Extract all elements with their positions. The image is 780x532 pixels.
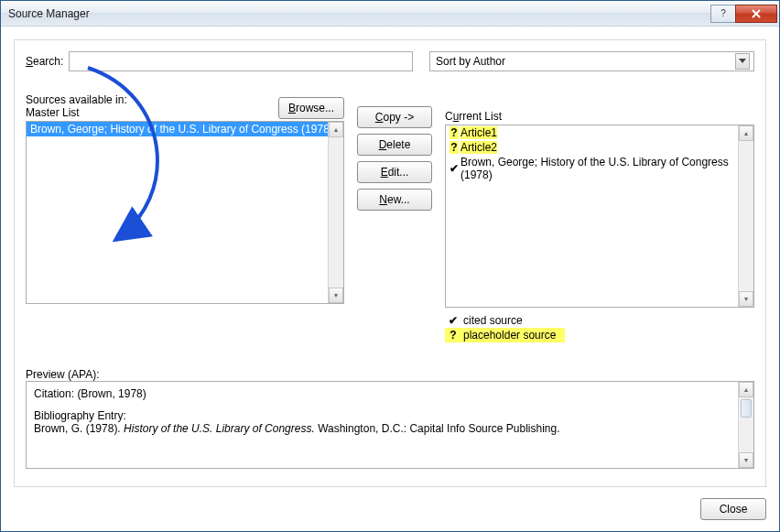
list-item-text: Article2 bbox=[460, 141, 497, 154]
legend-placeholder: ? placeholder source bbox=[445, 328, 565, 342]
delete-button[interactable]: Delete bbox=[357, 134, 432, 156]
list-item[interactable]: Brown, George; History of the U.S. Libra… bbox=[27, 122, 343, 136]
scrollbar[interactable]: ▴ ▾ bbox=[328, 122, 343, 303]
scroll-down-icon[interactable]: ▾ bbox=[329, 288, 343, 303]
master-listbox[interactable]: Brown, George; History of the U.S. Libra… bbox=[26, 121, 344, 304]
window-title: Source Manager bbox=[8, 7, 90, 20]
scroll-up-icon[interactable]: ▴ bbox=[739, 382, 753, 397]
scroll-down-icon[interactable]: ▾ bbox=[739, 291, 753, 307]
scrollbar[interactable]: ▴ ▾ bbox=[738, 125, 753, 307]
inner-frame: Search: Sort by Author Sources available… bbox=[14, 39, 766, 487]
current-listbox[interactable]: ? Article1 ? Article2 ✔ Brown, George; H… bbox=[445, 125, 754, 308]
copy-button[interactable]: Copy -> bbox=[357, 106, 432, 128]
client-area: Search: Sort by Author Sources available… bbox=[1, 27, 779, 531]
titlebar: Source Manager ? bbox=[1, 1, 779, 27]
search-label: Search: bbox=[26, 55, 63, 68]
new-button[interactable]: New... bbox=[357, 189, 432, 211]
sources-available-label: Sources available in: bbox=[26, 93, 127, 106]
bibliography-label: Bibliography Entry: bbox=[34, 409, 746, 422]
footer: Close bbox=[700, 498, 766, 520]
close-button[interactable]: Close bbox=[700, 498, 766, 520]
scroll-up-icon[interactable]: ▴ bbox=[739, 125, 753, 141]
bib-prefix: Brown, G. (1978). bbox=[34, 422, 124, 435]
master-column: Sources available in: Master List Browse… bbox=[26, 93, 344, 304]
cited-mark-icon: ✔ bbox=[450, 162, 459, 175]
current-column: Current List ? Article1 ? Article2 bbox=[445, 93, 754, 342]
list-item-text: Article1 bbox=[460, 126, 497, 139]
placeholder-mark-icon: ? bbox=[450, 141, 459, 154]
question-icon: ? bbox=[449, 329, 458, 342]
edit-button[interactable]: Edit... bbox=[357, 161, 432, 183]
citation-value: (Brown, 1978) bbox=[77, 387, 146, 400]
window-close-button[interactable] bbox=[735, 5, 777, 23]
check-icon: ✔ bbox=[449, 314, 458, 327]
legend-cited: ✔ cited source bbox=[445, 313, 754, 328]
bib-suffix: Washington, D.C.: Capital Info Source Pu… bbox=[315, 422, 560, 435]
placeholder-mark-icon: ? bbox=[450, 126, 459, 139]
help-button[interactable]: ? bbox=[710, 5, 736, 23]
columns: Sources available in: Master List Browse… bbox=[26, 93, 754, 342]
action-column: Copy -> Delete Edit... New... bbox=[357, 93, 432, 211]
sort-value: Sort by Author bbox=[436, 55, 505, 68]
source-manager-dialog: Source Manager ? Search: Sort by Author bbox=[0, 0, 780, 532]
list-item[interactable]: ? Article1 bbox=[446, 125, 753, 140]
preview-citation: Citation: (Brown, 1978) bbox=[34, 387, 746, 400]
scroll-up-icon[interactable]: ▴ bbox=[329, 122, 343, 137]
browse-row: Sources available in: Master List Browse… bbox=[26, 93, 344, 119]
chevron-down-icon bbox=[735, 53, 750, 70]
preview-box: Citation: (Brown, 1978) Bibliography Ent… bbox=[26, 381, 754, 469]
preview-label: Preview (APA): bbox=[26, 368, 754, 381]
legend-placeholder-label: placeholder source bbox=[463, 329, 556, 342]
browse-button[interactable]: Browse... bbox=[278, 97, 344, 119]
scroll-thumb[interactable] bbox=[741, 399, 752, 418]
bibliography-entry: Brown, G. (1978). History of the U.S. Li… bbox=[34, 422, 746, 435]
list-item-text: Brown, George; History of the U.S. Libra… bbox=[30, 123, 333, 136]
bib-title: History of the U.S. Library of Congress. bbox=[124, 422, 315, 435]
list-item[interactable]: ✔ Brown, George; History of the U.S. Lib… bbox=[446, 155, 753, 182]
scroll-down-icon[interactable]: ▾ bbox=[739, 452, 753, 468]
master-list-label: Master List bbox=[26, 106, 127, 119]
search-row: Search: Sort by Author bbox=[26, 51, 754, 71]
list-item[interactable]: ? Article2 bbox=[446, 140, 753, 155]
list-item-text: Brown, George; History of the U.S. Libra… bbox=[460, 156, 750, 181]
scrollbar[interactable]: ▴ ▾ bbox=[738, 382, 753, 468]
legend-cited-label: cited source bbox=[463, 314, 523, 327]
search-input[interactable] bbox=[69, 51, 413, 71]
legend: ✔ cited source ? placeholder source bbox=[445, 313, 754, 342]
sort-dropdown[interactable]: Sort by Author bbox=[429, 51, 754, 71]
current-list-label: Current List bbox=[445, 110, 754, 123]
close-icon bbox=[751, 9, 762, 18]
master-labels: Sources available in: Master List bbox=[26, 93, 127, 119]
citation-label: Citation: bbox=[34, 387, 74, 400]
window-controls: ? bbox=[711, 5, 777, 23]
